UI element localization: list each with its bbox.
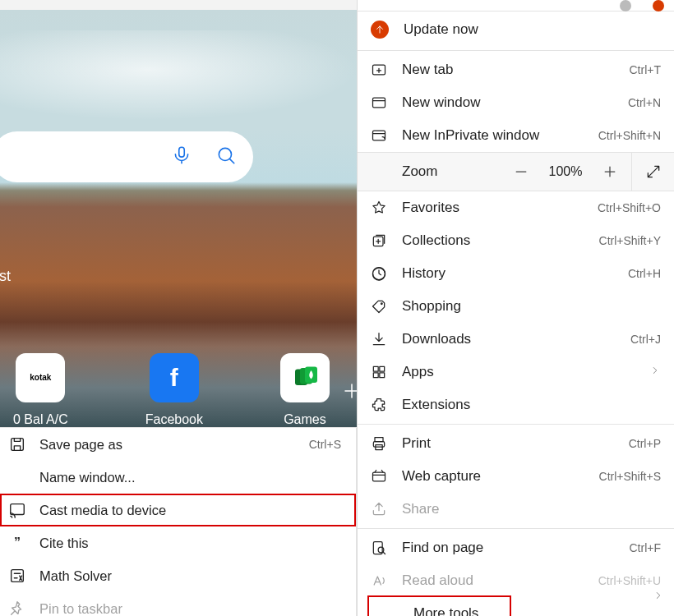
menu-item-shortcut: Ctrl+J	[630, 333, 661, 346]
search-bar[interactable]	[0, 131, 253, 182]
separator	[358, 528, 674, 529]
extensions-icon	[371, 397, 387, 413]
pin-icon	[8, 600, 26, 616]
math-icon	[8, 568, 26, 584]
svg-rect-16	[373, 373, 378, 378]
menu-item-label: More tools	[413, 605, 496, 616]
svg-rect-18	[375, 438, 383, 442]
zoom-out-button[interactable]	[500, 163, 542, 180]
star-icon	[371, 200, 387, 216]
menu-item-label: Pin to taskbar	[39, 601, 341, 617]
menu-item-shortcut: Ctrl+Shift+N	[598, 129, 661, 142]
menu-new-inprivate[interactable]: New InPrivate window Ctrl+Shift+N	[358, 119, 674, 152]
voice-search-icon[interactable]	[171, 145, 192, 169]
quick-link-label: 0 Bal A/C	[13, 412, 68, 427]
menu-read-aloud[interactable]: Read aloud Ctrl+Shift+U	[358, 564, 674, 597]
menu-extensions[interactable]: Extensions	[358, 388, 674, 421]
menu-collections[interactable]: Collections Ctrl+Shift+Y	[358, 224, 674, 257]
menu-apps[interactable]: Apps	[358, 356, 674, 388]
separator	[358, 50, 674, 51]
quick-link-label: Facebook	[145, 412, 203, 427]
chevron-right-icon	[649, 365, 661, 379]
chevron-right-icon	[653, 590, 664, 605]
menu-more-tools[interactable]: More tools	[369, 597, 510, 616]
menu-item-label: Print	[402, 435, 614, 452]
print-icon	[371, 435, 387, 452]
zoom-controls: Zoom 100%	[358, 152, 674, 191]
update-arrow-icon	[371, 21, 389, 39]
menu-item-shortcut: Ctrl+F	[630, 541, 662, 554]
more-tools-submenu: Save page as Ctrl+S Name window... Cast …	[0, 427, 357, 616]
web-capture-icon	[371, 468, 387, 485]
share-icon	[371, 501, 387, 517]
quick-link-games[interactable]: Games	[280, 353, 330, 427]
zoom-value: 100%	[542, 164, 589, 179]
menu-item-label: Find on page	[402, 540, 615, 556]
menu-new-tab[interactable]: New tab Ctrl+T	[358, 53, 674, 86]
menu-web-capture[interactable]: Web capture Ctrl+Shift+S	[358, 460, 674, 493]
svg-rect-0	[179, 147, 185, 157]
menu-history[interactable]: History Ctrl+H	[358, 257, 674, 290]
alert-dot-icon	[653, 0, 664, 11]
quick-link-label: Games	[284, 412, 326, 427]
menu-save-page-as[interactable]: Save page as Ctrl+S	[0, 428, 356, 461]
save-page-icon	[8, 436, 26, 453]
quick-link-bal[interactable]: kotak 0 Bal A/C	[13, 353, 68, 427]
menu-item-label: Update now	[404, 21, 661, 38]
shopping-icon	[371, 298, 387, 315]
read-aloud-icon	[371, 572, 387, 589]
menu-cast-media-to-device[interactable]: Cast media to device	[0, 494, 356, 526]
quick-link-facebook[interactable]: f Facebook	[145, 353, 203, 427]
collections-icon	[371, 232, 387, 249]
menu-name-window[interactable]: Name window...	[0, 461, 356, 494]
menu-share[interactable]: Share	[358, 493, 674, 526]
menu-item-label: Collections	[402, 232, 584, 249]
menu-item-label: Share	[402, 501, 661, 517]
apps-icon	[371, 364, 387, 380]
svg-rect-5	[12, 439, 24, 451]
games-icon	[280, 353, 330, 402]
menu-item-label: Downloads	[402, 331, 616, 347]
menu-cite-this[interactable]: ” Cite this	[0, 526, 356, 559]
menu-pin-to-taskbar[interactable]: Pin to taskbar	[0, 592, 356, 616]
new-tab-icon	[371, 62, 387, 78]
svg-rect-14	[373, 366, 378, 371]
menu-math-solver[interactable]: Math Solver	[0, 559, 356, 592]
menu-update-now[interactable]: Update now	[358, 11, 674, 48]
svg-rect-21	[373, 472, 385, 481]
svg-rect-17	[380, 373, 385, 378]
menu-item-label: Name window...	[39, 470, 341, 485]
separator	[358, 424, 674, 425]
menu-item-shortcut: Ctrl+Shift+Y	[599, 234, 661, 247]
menu-item-shortcut: Ctrl+P	[629, 437, 661, 450]
menu-item-shortcut: Ctrl+N	[628, 96, 661, 109]
zoom-label: Zoom	[402, 163, 500, 180]
menu-find-on-page[interactable]: Find on page Ctrl+F	[358, 531, 674, 564]
quick-links: kotak 0 Bal A/C f Facebook Games	[0, 353, 357, 427]
menu-downloads[interactable]: Downloads Ctrl+J	[358, 323, 674, 356]
menu-shopping[interactable]: Shopping	[358, 290, 674, 323]
svg-rect-15	[380, 366, 385, 371]
menu-favorites[interactable]: Favorites Ctrl+Shift+O	[358, 191, 674, 224]
menu-item-shortcut: Ctrl+S	[309, 438, 341, 451]
app-menu: Update now New tab Ctrl+T New window Ctr…	[357, 0, 674, 616]
zoom-in-button[interactable]	[589, 163, 631, 180]
facebook-icon: f	[150, 353, 199, 402]
svg-rect-9	[373, 98, 385, 108]
downloads-icon	[371, 331, 387, 347]
menu-item-label: Cite this	[39, 536, 341, 551]
menu-new-window[interactable]: New window Ctrl+N	[358, 86, 674, 119]
menu-item-label: Extensions	[402, 397, 661, 413]
fullscreen-button[interactable]	[631, 152, 674, 191]
menu-item-label: Favorites	[402, 200, 583, 216]
menu-item-label: New tab	[402, 62, 615, 78]
profile-icon[interactable]	[620, 0, 631, 11]
menu-item-label: Cast media to device	[39, 503, 341, 518]
menu-item-label: Read aloud	[402, 572, 584, 589]
menu-item-label: New window	[402, 94, 613, 111]
svg-point-13	[381, 303, 383, 305]
titlebar-glyphs	[358, 0, 674, 11]
menu-item-shortcut: Ctrl+Shift+S	[599, 470, 661, 483]
search-icon[interactable]	[215, 145, 237, 169]
menu-print[interactable]: Print Ctrl+P	[358, 427, 674, 460]
